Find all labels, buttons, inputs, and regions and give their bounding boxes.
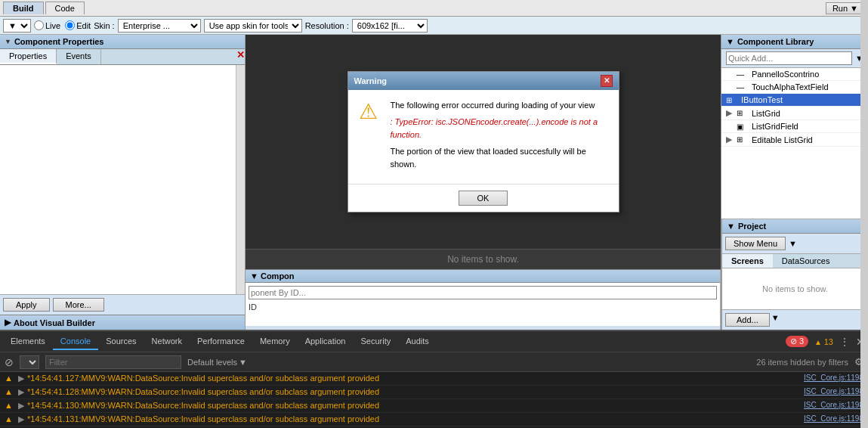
run-dropdown-arrow: ▼ <box>850 4 858 13</box>
resolution-dropdown[interactable]: 609x162 [fi... <box>352 19 428 33</box>
add-btn-bar: Add... ▼ <box>722 309 868 330</box>
main-area: ▼ Component Properties Properties Events… <box>0 35 868 330</box>
radio-edit-input[interactable] <box>65 20 75 30</box>
list-item-touchalpha[interactable]: — TouchAlphaTextField <box>721 81 868 94</box>
radio-edit[interactable]: Edit <box>65 20 91 30</box>
list-item-ibutton[interactable]: ⊞ IButtonTest <box>721 94 868 107</box>
list-item-listgrid[interactable]: ▶ ⊞ ListGrid <box>721 107 868 120</box>
devtools-tab-memory[interactable]: Memory <box>252 333 298 350</box>
devtools-tab-elements[interactable]: Elements <box>3 333 53 350</box>
left-panel-title: Component Properties <box>14 37 104 46</box>
ok-button[interactable]: OK <box>459 191 508 206</box>
dialog-line2: : TypeError: isc.JSONEncoder.create(...)… <box>391 116 608 141</box>
editable-icon: ⊞ <box>737 135 749 144</box>
tab-properties[interactable]: Properties <box>0 49 57 64</box>
radio-live-input[interactable] <box>34 20 44 30</box>
component-list: — PannelloScontrino — TouchAlphaTextFiel… <box>721 68 868 219</box>
id-label: ID <box>249 302 717 312</box>
log-expand-4[interactable]: ▶ <box>18 414 24 424</box>
tab-datasources[interactable]: DataSources <box>773 254 839 268</box>
project-title: Project <box>738 222 766 231</box>
project-arrow: ▼ <box>727 222 735 231</box>
tab-screens[interactable]: Screens <box>722 254 773 268</box>
tab-build[interactable]: Build <box>3 2 44 14</box>
add-dropdown-arrow[interactable]: ▼ <box>771 313 780 327</box>
devtools-tab-performance[interactable]: Performance <box>190 333 252 350</box>
toolbar-dropdown[interactable]: ▼ <box>3 19 31 33</box>
dialog-close-button[interactable]: ✕ <box>601 75 613 87</box>
listgrid-label: ListGrid <box>752 109 780 118</box>
context-select[interactable]: top <box>20 355 39 369</box>
show-menu-button[interactable]: Show Menu <box>725 237 786 250</box>
warning-icon: ⚠ <box>359 99 383 175</box>
quick-add-bar: ▼ <box>721 49 868 68</box>
log-text-2: *14:54:41.128:MMV9:WARN:DataSource:Inval… <box>27 387 796 396</box>
list-item-editable-listgrid[interactable]: ▶ ⊞ Editable ListGrid <box>721 133 868 147</box>
quick-add-input[interactable] <box>726 51 852 65</box>
log-row: ▲ ▶ *14:54:41.127:MMV9:WARN:DataSource:I… <box>0 372 868 386</box>
log-row: ▲ ▶ *14:54:41.130:MMV9:WARN:DataSource:I… <box>0 399 868 413</box>
run-label: Run <box>832 4 848 13</box>
warn-badge: ▲ 13 <box>814 337 833 346</box>
center-canvas[interactable]: Warning ✕ ⚠ The following error occurred… <box>246 35 721 249</box>
devtools-log: ▲ ▶ *14:54:41.127:MMV9:WARN:DataSource:I… <box>0 372 868 428</box>
about-arrow: ▶ <box>5 318 11 327</box>
pannello-label: PannelloScontrino <box>752 70 819 79</box>
error-count: 3 <box>799 337 804 346</box>
filter-input[interactable] <box>45 355 181 369</box>
touchalpha-icon: — <box>737 83 749 91</box>
devtools-menu-button[interactable]: ⋮ <box>839 336 850 348</box>
log-warn-icon-2: ▲ <box>5 387 15 396</box>
log-warn-icon-3: ▲ <box>5 401 15 410</box>
dialog-overlay: Warning ✕ ⚠ The following error occurred… <box>246 35 721 249</box>
log-expand-2[interactable]: ▶ <box>18 387 24 397</box>
ibutton-icon: ⊞ <box>726 96 738 104</box>
apply-button[interactable]: Apply <box>3 298 50 312</box>
tab-code[interactable]: Code <box>45 2 85 14</box>
left-panel-arrow: ▼ <box>5 38 11 45</box>
devtools-right-controls: ⊘ 3 ▲ 13 ⋮ ✕ <box>786 336 865 348</box>
log-link-4[interactable]: ISC_Core.js:1198 <box>804 414 863 423</box>
log-expand-1[interactable]: ▶ <box>18 374 24 383</box>
radio-group: Live Edit <box>34 20 91 30</box>
log-text-4: *14:54:41.131:MMV9:WARN:DataSource:Inval… <box>27 414 796 423</box>
devtools-tab-security[interactable]: Security <box>353 333 398 350</box>
devtools-tab-network[interactable]: Network <box>144 333 190 350</box>
hidden-items-count: 26 items hidden by filters <box>756 358 848 367</box>
right-panel-header: ▼ Component Library <box>721 35 868 49</box>
tab-events[interactable]: Events <box>57 49 101 64</box>
component-by-id-input[interactable] <box>249 286 717 299</box>
log-row: ▲ ▶ *14:54:41.131:MMV9:WARN:DataSource:I… <box>0 413 868 426</box>
log-link-3[interactable]: ISC_Core.js:1198 <box>804 401 863 409</box>
project-no-items: No items to show. <box>762 284 828 293</box>
close-button[interactable]: ✕ <box>236 49 245 64</box>
more-button[interactable]: More... <box>53 298 104 312</box>
top-tab-bar: Build Code Run ▼ <box>0 0 868 17</box>
right-panel-scrollbar[interactable] <box>860 0 868 428</box>
log-link-2[interactable]: ISC_Core.js:1198 <box>804 387 863 395</box>
devtools-tab-audits[interactable]: Audits <box>398 333 437 350</box>
listgrid-expand: ▶ <box>726 108 732 118</box>
no-entry-icon[interactable]: ⊘ <box>5 356 14 368</box>
resolution-label: Resolution : <box>305 21 349 30</box>
comp-header-title: Compon <box>261 271 295 281</box>
default-levels-button[interactable]: Default levels ▼ <box>187 358 247 367</box>
panel-scrollbar[interactable] <box>236 65 245 294</box>
error-icon: ⊘ <box>790 337 797 346</box>
app-skin-dropdown[interactable]: Use app skin for tools <box>204 19 302 33</box>
log-expand-3[interactable]: ▶ <box>18 401 24 411</box>
ibutton-label: IButtonTest <box>741 95 783 104</box>
list-item-listgridfield[interactable]: ▣ ListGridField <box>721 120 868 133</box>
list-item-pannello[interactable]: — PannelloScontrino <box>721 68 868 81</box>
add-button[interactable]: Add... <box>725 313 770 327</box>
warn-count: 13 <box>824 337 833 346</box>
skin-dropdown[interactable]: Enterprise ... <box>118 19 201 33</box>
show-menu-dropdown[interactable]: ▼ <box>789 239 797 248</box>
devtools-tab-sources[interactable]: Sources <box>98 333 144 350</box>
devtools-tab-console[interactable]: Console <box>53 333 98 350</box>
run-button[interactable]: Run ▼ <box>826 2 865 14</box>
log-link-1[interactable]: ISC_Core.js:1198 <box>804 374 863 382</box>
devtools-tabs: Elements Console Sources Network Perform… <box>0 331 868 352</box>
radio-live[interactable]: Live <box>34 20 60 30</box>
devtools-tab-application[interactable]: Application <box>298 333 354 350</box>
